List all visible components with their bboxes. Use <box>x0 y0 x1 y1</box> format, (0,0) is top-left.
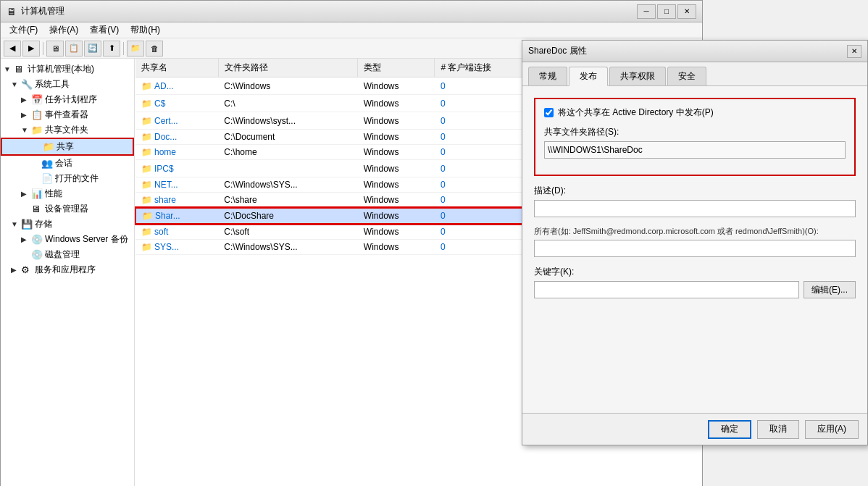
cell-name: 📁C$ <box>135 95 218 112</box>
path-input[interactable] <box>544 141 846 159</box>
sidebar-item-sessions[interactable]: 👥 会话 <box>1 156 134 171</box>
expand-icon: ▶ <box>21 235 31 243</box>
tab-security[interactable]: 安全 <box>667 67 706 85</box>
edit-button[interactable]: 编辑(E)... <box>804 281 856 298</box>
title-bar: 🖥 计算机管理 ─ □ ✕ <box>1 1 702 22</box>
toolbar-btn-3[interactable]: 🔄 <box>84 41 101 56</box>
toolbar-btn-5[interactable]: 📁 <box>127 41 144 56</box>
cell-type: Windows <box>358 95 435 112</box>
expand-icon: ▼ <box>21 126 31 134</box>
owner-input[interactable] <box>534 240 856 257</box>
toolbar-btn-4[interactable]: ⬆ <box>103 41 120 56</box>
window-title: 计算机管理 <box>21 5 64 17</box>
maximize-button[interactable]: □ <box>657 4 676 19</box>
col-share-name[interactable]: 共享名 <box>135 59 218 77</box>
cell-path: C:\soft <box>218 224 358 240</box>
expand-icon <box>31 175 41 183</box>
expand-icon: ▶ <box>21 111 31 119</box>
files-icon: 📄 <box>41 173 53 185</box>
path-label: 共享文件夹路径(S): <box>544 126 846 138</box>
cancel-button[interactable]: 取消 <box>757 420 799 439</box>
owner-label: 所有者(如: JeffSmith@redmond.corp.microsoft.… <box>534 226 856 237</box>
cell-name: 📁Cert... <box>135 112 218 130</box>
sidebar-item-label: 系统工具 <box>35 78 70 91</box>
storage-icon: 💾 <box>21 219 33 230</box>
tab-general[interactable]: 常规 <box>528 67 567 85</box>
sidebar-item-computer[interactable]: ▼ 🖥 计算机管理(本地) <box>1 62 134 77</box>
menu-help[interactable]: 帮助(H) <box>125 22 166 38</box>
publish-checkbox[interactable] <box>544 108 554 117</box>
expand-icon <box>31 159 41 167</box>
desc-group: 描述(D): <box>534 185 856 217</box>
cell-type: Windows <box>358 145 435 160</box>
sidebar-item-shared-folders[interactable]: ▼ 📁 共享文件夹 <box>1 122 134 138</box>
col-folder-path[interactable]: 文件夹路径 <box>218 59 358 77</box>
expand-icon: ▶ <box>21 96 31 104</box>
cell-path: C:\Windows <box>218 77 358 95</box>
dialog-close-button[interactable]: ✕ <box>847 45 861 58</box>
tab-share-permissions[interactable]: 共享权限 <box>609 67 666 85</box>
dialog-title: ShareDoc 属性 <box>528 45 587 57</box>
cell-name: 📁Doc... <box>135 130 218 145</box>
back-button[interactable]: ◀ <box>4 41 21 56</box>
sidebar-item-backup[interactable]: ▶ 💿 Windows Server 备份 <box>1 232 134 247</box>
sidebar-item-share[interactable]: 📁 共享 <box>1 138 134 156</box>
sidebar-item-device-manager[interactable]: 🖥 设备管理器 <box>1 201 134 217</box>
title-bar-left: 🖥 计算机管理 <box>7 5 64 17</box>
toolbar-separator-2 <box>123 42 124 55</box>
expand-icon: ▶ <box>21 190 31 198</box>
expand-icon: ▼ <box>11 80 21 88</box>
close-button[interactable]: ✕ <box>677 4 696 19</box>
share-icon: 📁 <box>43 141 54 153</box>
desc-input[interactable] <box>534 200 856 217</box>
cell-type: Windows <box>358 193 435 209</box>
sidebar-item-task-scheduler[interactable]: ▶ 📅 任务计划程序 <box>1 92 134 107</box>
dialog-content: 将这个共享在 Active Directory 中发布(P) 共享文件夹路径(S… <box>522 86 867 319</box>
dialog-footer: 确定 取消 应用(A) <box>522 413 867 445</box>
event-icon: 📋 <box>31 109 43 121</box>
publish-label[interactable]: 将这个共享在 Active Directory 中发布(P) <box>558 106 714 119</box>
cell-name: 📁soft <box>135 224 218 240</box>
sidebar-item-disk-management[interactable]: 💿 磁盘管理 <box>1 247 134 262</box>
cell-name: 📁IPC$ <box>135 160 218 177</box>
sidebar-item-label: 会话 <box>55 157 72 169</box>
tab-publish[interactable]: 发布 <box>569 67 608 86</box>
toolbar-btn-6[interactable]: 🗑 <box>146 41 163 56</box>
sidebar-item-open-files[interactable]: 📄 打开的文件 <box>1 171 134 186</box>
sidebar-item-label: 性能 <box>45 188 62 200</box>
cell-name: 📁home <box>135 145 218 160</box>
toolbar-btn-2[interactable]: 📋 <box>65 41 83 56</box>
menu-file[interactable]: 文件(F) <box>4 22 43 38</box>
sidebar-item-label: Windows Server 备份 <box>45 233 128 246</box>
cell-path <box>218 160 358 177</box>
minimize-button[interactable]: ─ <box>637 4 656 19</box>
sidebar-item-event-viewer[interactable]: ▶ 📋 事件查看器 <box>1 107 134 122</box>
apply-button[interactable]: 应用(A) <box>805 420 859 439</box>
keyword-label: 关键字(K): <box>534 266 856 278</box>
expand-icon <box>21 205 31 213</box>
sidebar-item-label: 事件查看器 <box>45 109 88 121</box>
keyword-input[interactable] <box>534 281 799 298</box>
sidebar-item-system-tools[interactable]: ▼ 🔧 系统工具 <box>1 77 134 92</box>
sidebar-item-services[interactable]: ▶ ⚙ 服务和应用程序 <box>1 262 134 277</box>
menu-action[interactable]: 操作(A) <box>43 22 84 38</box>
ok-button[interactable]: 确定 <box>708 420 751 439</box>
keyword-row: 编辑(E)... <box>534 281 856 298</box>
title-bar-controls: ─ □ ✕ <box>637 4 696 19</box>
sidebar-item-performance[interactable]: ▶ 📊 性能 <box>1 186 134 201</box>
cell-type: Windows <box>358 112 435 130</box>
sidebar-item-storage[interactable]: ▼ 💾 存储 <box>1 217 134 232</box>
dialog-tabs: 常规 发布 共享权限 安全 <box>522 62 867 86</box>
cell-name: 📁SYS... <box>135 240 218 255</box>
sidebar-item-label: 打开的文件 <box>55 172 99 185</box>
services-icon: ⚙ <box>21 264 33 276</box>
menu-view[interactable]: 查看(V) <box>84 22 125 38</box>
cell-path: C:\Document <box>218 130 358 145</box>
expand-icon: ▼ <box>4 65 14 73</box>
col-type[interactable]: 类型 <box>358 59 435 77</box>
sidebar-tree: ▼ 🖥 计算机管理(本地) ▼ 🔧 系统工具 ▶ 📅 任务计划程序 ▶ 📋 事件… <box>1 59 135 486</box>
keyword-group: 关键字(K): 编辑(E)... <box>534 266 856 298</box>
toolbar-btn-1[interactable]: 🖥 <box>46 41 64 56</box>
forward-button[interactable]: ▶ <box>22 41 40 56</box>
cell-path: C:\ <box>218 95 358 112</box>
